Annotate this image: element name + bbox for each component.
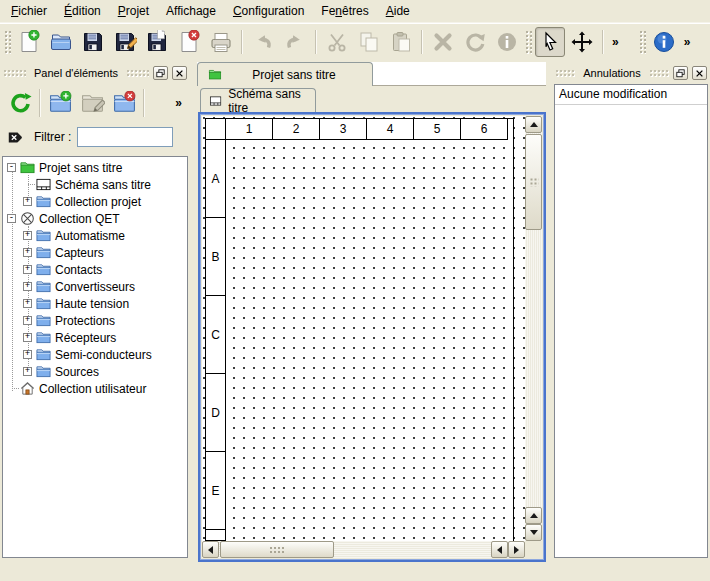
tree-item-collection-projet[interactable]: + Collection projet <box>3 193 187 210</box>
row-header: D <box>205 373 226 452</box>
row-header: A <box>205 139 226 218</box>
folder-delete-icon <box>112 91 137 116</box>
tab-projet-sans-titre[interactable]: Projet sans titre <box>197 62 373 86</box>
redo-button[interactable] <box>280 27 310 57</box>
panel-overflow-chevron[interactable]: » <box>175 96 182 110</box>
new-document-button[interactable] <box>14 27 44 57</box>
titlebar-texture <box>126 69 149 77</box>
scroll-right-button[interactable] <box>508 541 525 558</box>
undo-list-item[interactable]: Aucune modification <box>555 85 707 105</box>
scroll-down-button[interactable] <box>525 524 542 541</box>
expand-expander[interactable]: + <box>23 350 32 359</box>
close-panel-button[interactable] <box>692 66 707 80</box>
menu-projet[interactable]: Projet <box>113 1 154 21</box>
about-button[interactable] <box>649 27 679 57</box>
reload-collections-button[interactable] <box>4 87 36 119</box>
tree-item-recepteurs[interactable]: + Récepteurs <box>3 329 187 346</box>
tree-item-semi-conducteurs[interactable]: + Semi-conducteurs <box>3 346 187 363</box>
project-tabbar: Projet sans titre <box>197 62 546 86</box>
expand-expander[interactable]: + <box>23 316 32 325</box>
undo-history-list[interactable]: Aucune modification <box>554 84 708 558</box>
menu-fichier[interactable]: Fichier <box>6 1 52 21</box>
tree-item-convertisseurs[interactable]: + Convertisseurs <box>3 278 187 295</box>
paste-button[interactable] <box>386 27 416 57</box>
move-tool-button[interactable] <box>567 27 597 57</box>
scroll-up-button[interactable] <box>525 116 542 133</box>
expand-expander[interactable]: + <box>23 248 32 257</box>
delete-category-button[interactable] <box>108 87 140 119</box>
tree-item-haute-tension[interactable]: + Haute tension <box>3 295 187 312</box>
tree-item-automatisme[interactable]: + Automatisme <box>3 227 187 244</box>
open-document-button[interactable] <box>46 27 76 57</box>
tree-item-projet-sans-titre[interactable]: - Projet sans titre <box>3 159 187 176</box>
tree-item-collection-qet[interactable]: - Collection QET <box>3 210 187 227</box>
toolbar-overflow-chevron-2[interactable]: » <box>680 35 695 49</box>
tree-item-sources[interactable]: + Sources <box>3 363 187 380</box>
menu-fenetres[interactable]: Fenêtres <box>316 1 373 21</box>
toolbar-handle[interactable] <box>525 30 532 54</box>
expand-expander[interactable]: + <box>23 282 32 291</box>
select-tool-button[interactable] <box>535 27 565 57</box>
scroll-up-button-2[interactable] <box>525 507 542 524</box>
toolbar-handle[interactable] <box>4 30 11 54</box>
expand-expander[interactable]: + <box>23 197 32 206</box>
menu-edition[interactable]: Édition <box>59 1 106 21</box>
expand-expander[interactable]: + <box>23 265 32 274</box>
float-panel-button[interactable] <box>153 66 168 80</box>
folder-icon <box>36 194 51 209</box>
delete-button[interactable] <box>428 27 458 57</box>
tree-item-collection-utilisateur[interactable]: Collection utilisateur <box>3 380 187 397</box>
toolbar-handle[interactable] <box>639 30 646 54</box>
expand-expander[interactable]: + <box>23 231 32 240</box>
tree-line <box>28 184 35 185</box>
undo-panel-titlebar[interactable]: Annulations <box>555 64 707 82</box>
cut-icon <box>325 30 349 54</box>
scroll-left-button-2[interactable] <box>491 541 508 558</box>
element-info-button[interactable] <box>492 27 522 57</box>
collapse-expander[interactable]: - <box>7 163 16 172</box>
vertical-scroll-thumb[interactable] <box>525 134 542 230</box>
new-category-button[interactable] <box>44 87 76 119</box>
copy-button[interactable] <box>354 27 384 57</box>
collapse-expander[interactable]: - <box>7 214 16 223</box>
tree-item-schema-sans-titre[interactable]: Schéma sans titre <box>3 176 187 193</box>
horizontal-scroll-thumb[interactable] <box>220 541 334 558</box>
undo-button[interactable] <box>248 27 278 57</box>
menu-configuration[interactable]: Configuration <box>228 1 309 21</box>
close-document-button[interactable] <box>174 27 204 57</box>
vertical-scrollbar[interactable] <box>525 116 542 541</box>
tree-item-protections[interactable]: + Protections <box>3 312 187 329</box>
scrollbar-corner <box>525 541 542 558</box>
float-panel-button[interactable] <box>673 66 688 80</box>
scroll-left-button[interactable] <box>202 541 219 558</box>
elements-panel-titlebar[interactable]: Panel d'éléments <box>3 64 187 82</box>
horizontal-scrollbar[interactable] <box>202 541 525 558</box>
filter-label: Filtrer : <box>34 130 71 144</box>
expand-expander[interactable]: + <box>23 299 32 308</box>
menu-affichage[interactable]: Affichage <box>161 1 221 21</box>
tab-schema-sans-titre[interactable]: Schéma sans titre <box>200 88 316 113</box>
toolbar-separator <box>241 30 243 54</box>
save-as-button[interactable] <box>110 27 140 57</box>
tree-item-contacts[interactable]: + Contacts <box>3 261 187 278</box>
expand-expander[interactable]: + <box>23 333 32 342</box>
tree-item-capteurs[interactable]: + Capteurs <box>3 244 187 261</box>
edit-category-button[interactable] <box>76 87 108 119</box>
diagram-canvas[interactable]: 1 2 3 4 5 6 A B C D E <box>202 116 525 541</box>
menu-aide[interactable]: Aide <box>381 1 415 21</box>
print-button[interactable] <box>206 27 236 57</box>
left-splitter[interactable] <box>190 62 196 560</box>
close-panel-button[interactable] <box>172 66 187 80</box>
filter-input[interactable] <box>77 127 173 147</box>
expand-expander[interactable]: + <box>23 367 32 376</box>
save-all-button[interactable] <box>142 27 172 57</box>
clear-filter-button[interactable] <box>6 127 28 147</box>
toolbar-overflow-chevron[interactable]: » <box>608 35 623 49</box>
project-folder-icon <box>206 68 224 81</box>
rotate-icon <box>463 30 487 54</box>
right-splitter[interactable] <box>546 62 552 560</box>
save-button[interactable] <box>78 27 108 57</box>
rotate-button[interactable] <box>460 27 490 57</box>
cut-button[interactable] <box>322 27 352 57</box>
folder-icon <box>36 313 51 328</box>
